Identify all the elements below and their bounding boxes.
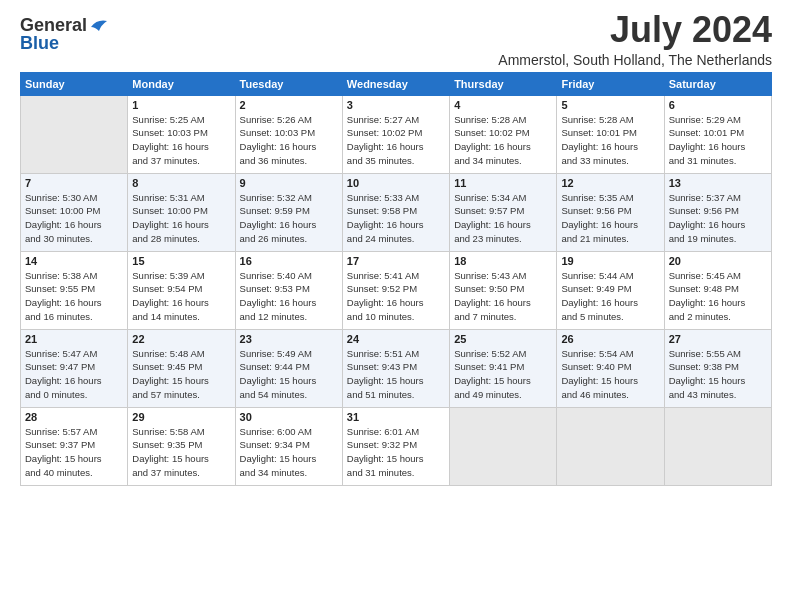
day-info: Sunrise: 5:25 AM Sunset: 10:03 PM Daylig… — [132, 113, 230, 168]
col-header-saturday: Saturday — [664, 72, 771, 95]
day-info: Sunrise: 5:51 AM Sunset: 9:43 PM Dayligh… — [347, 347, 445, 402]
day-cell: 3Sunrise: 5:27 AM Sunset: 10:02 PM Dayli… — [342, 95, 449, 173]
day-number: 20 — [669, 255, 767, 267]
day-info: Sunrise: 5:32 AM Sunset: 9:59 PM Dayligh… — [240, 191, 338, 246]
day-number: 10 — [347, 177, 445, 189]
logo: General Blue — [20, 16, 109, 52]
day-number: 29 — [132, 411, 230, 423]
day-info: Sunrise: 5:27 AM Sunset: 10:02 PM Daylig… — [347, 113, 445, 168]
day-cell: 9Sunrise: 5:32 AM Sunset: 9:59 PM Daylig… — [235, 173, 342, 251]
day-info: Sunrise: 5:38 AM Sunset: 9:55 PM Dayligh… — [25, 269, 123, 324]
day-info: Sunrise: 5:29 AM Sunset: 10:01 PM Daylig… — [669, 113, 767, 168]
day-info: Sunrise: 5:26 AM Sunset: 10:03 PM Daylig… — [240, 113, 338, 168]
header: General Blue July 2024 Ammerstol, South … — [20, 10, 772, 68]
col-header-sunday: Sunday — [21, 72, 128, 95]
day-cell: 17Sunrise: 5:41 AM Sunset: 9:52 PM Dayli… — [342, 251, 449, 329]
day-info: Sunrise: 5:33 AM Sunset: 9:58 PM Dayligh… — [347, 191, 445, 246]
location-subtitle: Ammerstol, South Holland, The Netherland… — [498, 52, 772, 68]
day-number: 13 — [669, 177, 767, 189]
day-number: 26 — [561, 333, 659, 345]
day-cell: 6Sunrise: 5:29 AM Sunset: 10:01 PM Dayli… — [664, 95, 771, 173]
day-cell: 10Sunrise: 5:33 AM Sunset: 9:58 PM Dayli… — [342, 173, 449, 251]
day-number: 30 — [240, 411, 338, 423]
day-cell: 18Sunrise: 5:43 AM Sunset: 9:50 PM Dayli… — [450, 251, 557, 329]
day-number: 4 — [454, 99, 552, 111]
col-header-monday: Monday — [128, 72, 235, 95]
page: General Blue July 2024 Ammerstol, South … — [0, 0, 792, 496]
day-cell: 16Sunrise: 5:40 AM Sunset: 9:53 PM Dayli… — [235, 251, 342, 329]
day-number: 23 — [240, 333, 338, 345]
day-number: 21 — [25, 333, 123, 345]
day-cell: 26Sunrise: 5:54 AM Sunset: 9:40 PM Dayli… — [557, 329, 664, 407]
col-header-thursday: Thursday — [450, 72, 557, 95]
logo-bird-icon — [89, 17, 109, 33]
day-info: Sunrise: 5:35 AM Sunset: 9:56 PM Dayligh… — [561, 191, 659, 246]
col-header-friday: Friday — [557, 72, 664, 95]
day-number: 27 — [669, 333, 767, 345]
day-cell: 14Sunrise: 5:38 AM Sunset: 9:55 PM Dayli… — [21, 251, 128, 329]
day-info: Sunrise: 5:40 AM Sunset: 9:53 PM Dayligh… — [240, 269, 338, 324]
day-number: 8 — [132, 177, 230, 189]
day-info: Sunrise: 5:44 AM Sunset: 9:49 PM Dayligh… — [561, 269, 659, 324]
day-info: Sunrise: 6:00 AM Sunset: 9:34 PM Dayligh… — [240, 425, 338, 480]
logo-blue-text: Blue — [20, 34, 59, 52]
week-row-1: 1Sunrise: 5:25 AM Sunset: 10:03 PM Dayli… — [21, 95, 772, 173]
day-cell — [21, 95, 128, 173]
day-info: Sunrise: 5:28 AM Sunset: 10:02 PM Daylig… — [454, 113, 552, 168]
day-info: Sunrise: 5:31 AM Sunset: 10:00 PM Daylig… — [132, 191, 230, 246]
day-cell — [450, 407, 557, 485]
day-info: Sunrise: 5:48 AM Sunset: 9:45 PM Dayligh… — [132, 347, 230, 402]
day-number: 25 — [454, 333, 552, 345]
week-row-3: 14Sunrise: 5:38 AM Sunset: 9:55 PM Dayli… — [21, 251, 772, 329]
day-info: Sunrise: 5:43 AM Sunset: 9:50 PM Dayligh… — [454, 269, 552, 324]
day-info: Sunrise: 5:52 AM Sunset: 9:41 PM Dayligh… — [454, 347, 552, 402]
day-cell: 29Sunrise: 5:58 AM Sunset: 9:35 PM Dayli… — [128, 407, 235, 485]
calendar-header-row: SundayMondayTuesdayWednesdayThursdayFrid… — [21, 72, 772, 95]
day-number: 14 — [25, 255, 123, 267]
day-info: Sunrise: 5:47 AM Sunset: 9:47 PM Dayligh… — [25, 347, 123, 402]
day-cell — [557, 407, 664, 485]
day-info: Sunrise: 5:45 AM Sunset: 9:48 PM Dayligh… — [669, 269, 767, 324]
week-row-2: 7Sunrise: 5:30 AM Sunset: 10:00 PM Dayli… — [21, 173, 772, 251]
day-cell: 11Sunrise: 5:34 AM Sunset: 9:57 PM Dayli… — [450, 173, 557, 251]
day-cell: 24Sunrise: 5:51 AM Sunset: 9:43 PM Dayli… — [342, 329, 449, 407]
logo-general-text: General — [20, 16, 87, 34]
calendar-table: SundayMondayTuesdayWednesdayThursdayFrid… — [20, 72, 772, 486]
day-info: Sunrise: 5:55 AM Sunset: 9:38 PM Dayligh… — [669, 347, 767, 402]
day-info: Sunrise: 5:57 AM Sunset: 9:37 PM Dayligh… — [25, 425, 123, 480]
day-cell: 23Sunrise: 5:49 AM Sunset: 9:44 PM Dayli… — [235, 329, 342, 407]
day-number: 7 — [25, 177, 123, 189]
day-number: 12 — [561, 177, 659, 189]
day-number: 19 — [561, 255, 659, 267]
day-cell: 20Sunrise: 5:45 AM Sunset: 9:48 PM Dayli… — [664, 251, 771, 329]
day-info: Sunrise: 5:54 AM Sunset: 9:40 PM Dayligh… — [561, 347, 659, 402]
day-info: Sunrise: 5:58 AM Sunset: 9:35 PM Dayligh… — [132, 425, 230, 480]
day-info: Sunrise: 5:41 AM Sunset: 9:52 PM Dayligh… — [347, 269, 445, 324]
day-cell: 1Sunrise: 5:25 AM Sunset: 10:03 PM Dayli… — [128, 95, 235, 173]
day-cell: 13Sunrise: 5:37 AM Sunset: 9:56 PM Dayli… — [664, 173, 771, 251]
day-number: 5 — [561, 99, 659, 111]
day-cell: 27Sunrise: 5:55 AM Sunset: 9:38 PM Dayli… — [664, 329, 771, 407]
day-cell: 25Sunrise: 5:52 AM Sunset: 9:41 PM Dayli… — [450, 329, 557, 407]
day-number: 18 — [454, 255, 552, 267]
day-cell: 28Sunrise: 5:57 AM Sunset: 9:37 PM Dayli… — [21, 407, 128, 485]
day-cell: 19Sunrise: 5:44 AM Sunset: 9:49 PM Dayli… — [557, 251, 664, 329]
day-number: 28 — [25, 411, 123, 423]
day-number: 17 — [347, 255, 445, 267]
day-cell: 15Sunrise: 5:39 AM Sunset: 9:54 PM Dayli… — [128, 251, 235, 329]
day-number: 24 — [347, 333, 445, 345]
day-cell — [664, 407, 771, 485]
day-info: Sunrise: 5:34 AM Sunset: 9:57 PM Dayligh… — [454, 191, 552, 246]
day-cell: 21Sunrise: 5:47 AM Sunset: 9:47 PM Dayli… — [21, 329, 128, 407]
day-cell: 2Sunrise: 5:26 AM Sunset: 10:03 PM Dayli… — [235, 95, 342, 173]
day-number: 3 — [347, 99, 445, 111]
day-cell: 7Sunrise: 5:30 AM Sunset: 10:00 PM Dayli… — [21, 173, 128, 251]
day-cell: 12Sunrise: 5:35 AM Sunset: 9:56 PM Dayli… — [557, 173, 664, 251]
day-cell: 5Sunrise: 5:28 AM Sunset: 10:01 PM Dayli… — [557, 95, 664, 173]
col-header-tuesday: Tuesday — [235, 72, 342, 95]
day-number: 11 — [454, 177, 552, 189]
day-info: Sunrise: 5:49 AM Sunset: 9:44 PM Dayligh… — [240, 347, 338, 402]
day-info: Sunrise: 5:39 AM Sunset: 9:54 PM Dayligh… — [132, 269, 230, 324]
day-info: Sunrise: 6:01 AM Sunset: 9:32 PM Dayligh… — [347, 425, 445, 480]
col-header-wednesday: Wednesday — [342, 72, 449, 95]
